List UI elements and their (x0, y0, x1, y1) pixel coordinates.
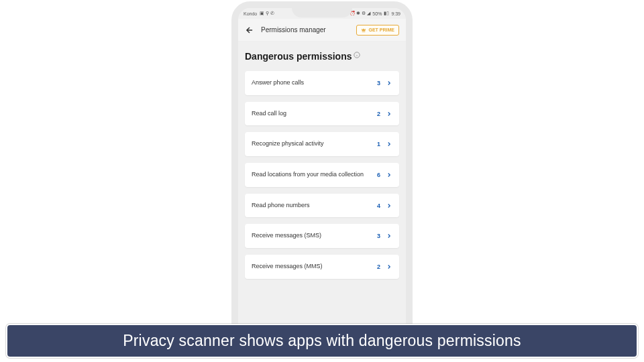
carrier-label: Kondo (244, 11, 257, 16)
chevron-right-icon (386, 263, 392, 270)
permission-row[interactable]: Receive messages (MMS) 2 (245, 255, 399, 279)
get-prime-button[interactable]: GET PRIME (356, 25, 399, 36)
app-header: Permissions manager GET PRIME (238, 19, 406, 42)
permission-count: 3 (377, 233, 380, 239)
caption-bar: Privacy scanner shows apps with dangerou… (6, 324, 638, 358)
caption-text: Privacy scanner shows apps with dangerou… (18, 332, 626, 350)
permission-row[interactable]: Read call log 2 (245, 102, 399, 126)
permission-row[interactable]: Read locations from your media collectio… (245, 163, 399, 187)
permission-label: Answer phone calls (252, 79, 372, 87)
permission-label: Receive messages (SMS) (252, 232, 372, 240)
chevron-right-icon (386, 141, 392, 147)
phone-notch (292, 7, 352, 17)
permission-count: 6 (377, 172, 380, 178)
battery-icon: ▮▯ (384, 11, 389, 16)
page-title: Permissions manager (261, 26, 350, 34)
chevron-right-icon (386, 202, 392, 209)
permission-label: Receive messages (MMS) (252, 263, 372, 271)
battery-label: 50% (372, 11, 382, 16)
permission-label: Read locations from your media collectio… (252, 171, 372, 179)
permission-row[interactable]: Answer phone calls 3 (245, 71, 399, 95)
permission-row[interactable]: Receive messages (SMS) 3 (245, 224, 399, 248)
section-title-text: Dangerous permissions (245, 51, 352, 62)
chevron-right-icon (386, 80, 392, 86)
chevron-right-icon (386, 111, 392, 117)
permission-count: 1 (377, 141, 380, 147)
permission-count: 2 (377, 111, 380, 117)
info-icon[interactable] (354, 52, 360, 58)
permission-label: Read call log (252, 110, 372, 118)
crown-icon (361, 27, 366, 33)
permission-count: 4 (377, 202, 380, 209)
phone-frame: Kondo ▣ ⚲ ✆ ⏰ ✱ ⚙ ◢ 50% ▮▯ 9:39 Permissi… (231, 1, 413, 357)
permission-label: Read phone numbers (252, 202, 372, 210)
permission-label: Recognize physical activity (252, 140, 372, 148)
permission-row[interactable]: Read phone numbers 4 (245, 194, 399, 218)
permission-count: 3 (377, 80, 380, 86)
content-area: Dangerous permissions Answer phone calls… (238, 42, 406, 350)
section-title: Dangerous permissions (245, 51, 399, 62)
status-icons-left: ▣ ⚲ ✆ (260, 11, 274, 16)
time-label: 9:39 (391, 11, 400, 16)
permission-count: 2 (377, 263, 380, 270)
permissions-list: Answer phone calls 3 Read call log 2 Rec… (245, 71, 399, 279)
status-icons-right: ⏰ ✱ ⚙ ◢ (350, 11, 371, 16)
chevron-right-icon (386, 233, 392, 239)
back-icon[interactable] (245, 25, 254, 35)
prime-label: GET PRIME (368, 27, 394, 32)
permission-row[interactable]: Recognize physical activity 1 (245, 132, 399, 156)
chevron-right-icon (386, 172, 392, 178)
